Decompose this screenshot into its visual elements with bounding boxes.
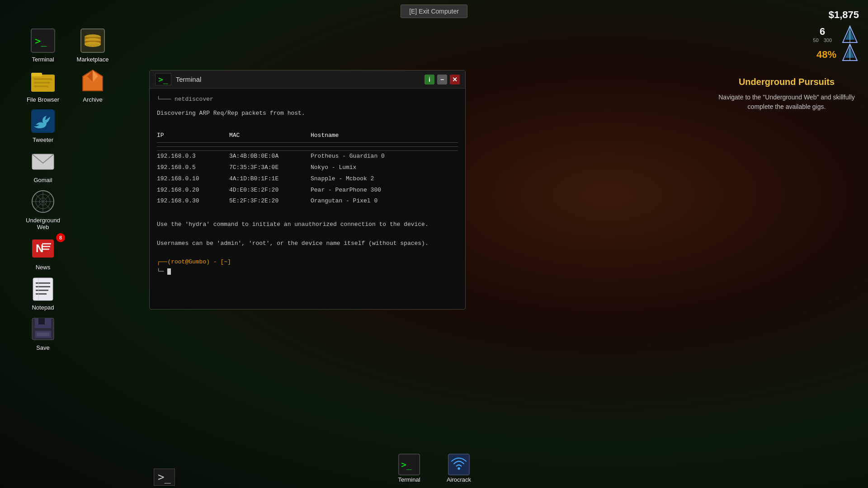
top-bar: [E] Exit Computer [0,0,868,23]
desktop-icon-news[interactable]: N 8 News [23,235,63,271]
notepad-label: Notepad [32,304,54,311]
archive-label: Archive [83,96,102,103]
svg-rect-18 [34,85,48,87]
svg-point-51 [458,467,460,469]
svg-rect-16 [34,78,52,80]
svg-rect-35 [42,246,50,247]
table-row: 192.168.0.5 7C:35:3F:3A:0E Nokyo - Lumix [157,162,458,174]
terminal-hint2: Usernames can be 'admin', 'root', or the… [157,239,458,249]
svg-rect-38 [36,282,50,284]
desktop-icon-save[interactable]: Save [23,315,63,351]
taskbar-airocrack-icon [447,453,471,476]
marketplace-icon [79,27,106,54]
svg-rect-37 [33,278,53,300]
table-cell-ip: 192.168.0.10 [157,174,229,185]
table-header-mac: MAC [229,131,311,142]
hud-panel: $1,875 6 50 300 48% [813,9,859,61]
table-cell-hostname: Protheus - Guardian 0 [311,151,458,162]
svg-rect-17 [34,82,50,84]
svg-point-13 [85,42,101,47]
bottom-left-terminal-icon[interactable]: >_ [154,469,175,486]
svg-rect-45 [38,318,45,324]
desktop-icons: >_ Terminal Marketplace [23,27,113,351]
svg-text:>_: >_ [401,460,412,470]
svg-rect-47 [37,333,49,336]
terminal-minimize-button[interactable]: − [437,75,447,84]
terminal-body[interactable]: └─── netdiscover Discovering ARP Req/Rep… [150,89,465,309]
desktop-icon-marketplace[interactable]: Marketplace [72,27,113,63]
terminal-icon: >_ [29,27,57,54]
news-icon: N [29,235,57,262]
terminal-network-table: IP MAC Hostname 192.168.0.3 3A:4B:0B:0E:… [157,131,458,207]
desktop-icon-row-2: File Browser Archive [23,67,113,103]
quest-description: Navigate to the "Underground Web" and sk… [710,93,863,112]
desktop-icon-notepad[interactable]: Notepad [23,275,63,311]
table-cell-mac: 4D:E0:3E:2F:20 [229,185,311,196]
news-badge-count: 8 [56,233,65,242]
gomail-icon [29,148,57,175]
terminal-prompt-line: ┌──(root@Gumbo) - [~] [157,258,458,267]
tweeter-label: Tweeter [33,136,53,143]
table-cell-ip: 192.168.0.5 [157,162,229,174]
svg-rect-40 [36,290,48,291]
terminal-label: Terminal [32,56,54,63]
taskbar-airocrack-label: Airocrack [447,476,471,483]
integrity-row: 48% [813,43,859,61]
svg-rect-34 [42,243,51,244]
desktop-icon-row-1: >_ Terminal Marketplace [23,27,113,63]
terminal-info-button[interactable]: i [425,75,434,84]
news-label: News [36,264,51,271]
table-cell-hostname: Orangutan - Pixel 0 [311,196,458,207]
taskbar-icon-terminal[interactable]: >_ Terminal [391,453,427,483]
desktop-icon-tweeter[interactable]: Tweeter [23,108,63,143]
desktop-icon-archive[interactable]: Archive [72,67,113,103]
desktop-icon-gomail[interactable]: Gomail [23,148,63,183]
terminal-cursor [167,268,171,275]
money-display: $1,875 [813,9,859,21]
taskbar-terminal-icon: >_ [397,453,421,476]
level-bars: 50 300 [813,38,832,43]
quest-panel: Underground Pursuits Navigate to the "Un… [710,77,863,112]
svg-text:>_: >_ [35,35,47,47]
save-icon [29,315,57,343]
desktop-icon-row-4: Gomail [23,148,113,183]
desktop-icon-underground-web[interactable]: Underground Web [23,188,63,230]
table-row: 192.168.0.20 4D:E0:3E:2F:20 Pear - PearP… [157,185,458,196]
desktop-icon-row-7: Notepad [23,275,113,311]
terminal-command-line: └─── netdiscover [157,95,458,104]
file-browser-label: File Browser [27,96,59,103]
quest-title: Underground Pursuits [710,77,863,87]
table-cell-ip: 192.168.0.30 [157,196,229,207]
taskbar-icon-airocrack[interactable]: Airocrack [441,453,477,483]
archive-icon [79,67,106,94]
exit-computer-button[interactable]: [E] Exit Computer [401,5,467,18]
desktop-icon-file-browser[interactable]: File Browser [23,67,63,103]
desktop-icon-row-3: Tweeter [23,108,113,143]
player-icon [841,25,859,43]
svg-rect-36 [42,249,49,250]
table-cell-hostname: Pear - PearPhone 300 [311,185,458,196]
table-cell-mac: 3A:4B:0B:0E:0A [229,151,311,162]
marketplace-label: Marketplace [77,56,109,63]
file-browser-icon [29,67,57,94]
gomail-label: Gomail [33,177,52,183]
desktop-icon-terminal[interactable]: >_ Terminal [23,27,63,63]
terminal-close-button[interactable]: ✕ [450,75,460,84]
table-cell-mac: 7C:35:3F:3A:0E [229,162,311,174]
tweeter-icon [29,108,57,135]
underground-web-label: Underground Web [23,217,63,230]
desktop-icon-row-5: Underground Web [23,188,113,230]
table-header-hostname: Hostname [311,131,458,142]
svg-rect-41 [36,293,47,295]
terminal-title-text: Terminal [176,75,420,83]
table-cell-ip: 192.168.0.3 [157,151,229,162]
underground-web-icon [29,188,57,215]
svg-rect-39 [36,286,50,287]
table-cell-mac: 5E:2F:3F:2E:20 [229,196,311,207]
svg-rect-15 [31,73,42,76]
terminal-controls: i − ✕ [425,75,460,84]
terminal-prompt-icon: >_ [155,73,171,85]
table-cell-hostname: Snapple - Mcbook 2 [311,174,458,185]
table-header-ip: IP [157,131,229,142]
table-cell-mac: 4A:1D:B0:1F:1E [229,174,311,185]
